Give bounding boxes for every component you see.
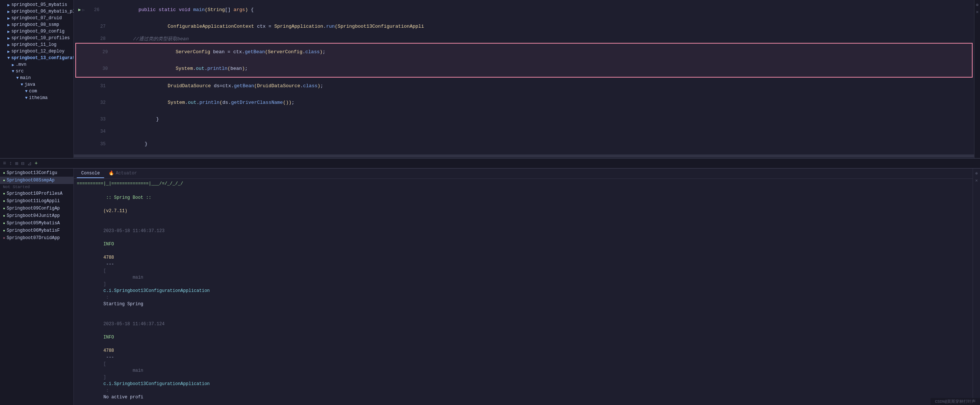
close-icon[interactable]: ✕ xyxy=(975,8,979,16)
run-status-icon: ● xyxy=(3,171,5,175)
log-line-1: 2023-05-18 11:46:37.123 INFO 4788 --- [ … xyxy=(77,221,970,314)
line-content: } xyxy=(110,111,971,128)
run-status-icon: ✕ xyxy=(3,236,5,240)
sidebar-item-com[interactable]: ▼ com xyxy=(0,88,73,95)
code-line-33: 33 } xyxy=(74,111,974,128)
sidebar-item-springboot05[interactable]: ▶ springboot_05_mybatis xyxy=(0,2,73,8)
sidebar-item-itheima[interactable]: ▼ itheima xyxy=(0,95,73,101)
console-panel: Console 🔥 Actuator ==========|_|========… xyxy=(74,169,973,405)
run-configurations-panel: ● Springboot13Configu ● Springboot08Ssmp… xyxy=(0,169,74,405)
folder-icon: ▶ xyxy=(7,43,10,47)
globe-icon[interactable]: ⊕ xyxy=(974,170,978,177)
folder-icon: ▼ xyxy=(25,89,28,94)
folder-icon: ▶ xyxy=(7,16,10,21)
line-content: } xyxy=(110,136,971,152)
panel-divider: ≡ ↕ ⊞ ⊟ ⊿ + xyxy=(0,158,980,169)
code-line-31: 31 DruidDataSource ds=ctx.getBean(DruidD… xyxy=(74,78,974,94)
line-content: public static void main(String[] args) { xyxy=(104,2,971,18)
folder-icon: ▼ xyxy=(16,76,19,80)
code-line-30: 30 System.out.println(bean); xyxy=(76,60,972,77)
add-icon[interactable]: + xyxy=(35,160,38,166)
editor-right-panel: ⊕ ✕ xyxy=(974,0,980,158)
close-icon[interactable]: ✕ xyxy=(974,177,978,184)
bookmark-icon: ▷ xyxy=(82,8,84,12)
resize-icon[interactable]: ⊿ xyxy=(27,160,32,167)
run-item-springboot06[interactable]: ● Springboot06MybatisF xyxy=(0,227,73,234)
run-status-icon: ● xyxy=(3,179,5,183)
folder-icon: ▼ xyxy=(12,69,14,73)
folder-icon: ▶ xyxy=(12,62,14,67)
line-content: ConfigurableApplicationContext ctx = Spr… xyxy=(110,18,971,35)
run-item-springboot05[interactable]: ● Springboot05MybatisA xyxy=(0,220,73,227)
run-status-icon: ● xyxy=(3,222,5,225)
align-left-icon[interactable]: ≡ xyxy=(3,160,6,166)
line-number: 35 xyxy=(92,142,106,147)
run-item-springboot09[interactable]: ● Springboot09ConfigAp xyxy=(0,205,73,212)
folder-icon: ▶ xyxy=(7,49,10,54)
code-line-26: ▶ ▷ 26 public static void main(String[] … xyxy=(74,2,974,18)
sidebar-item-springboot12[interactable]: ▶ springboot_12_deploy xyxy=(0,48,73,55)
folder-icon: ▶ xyxy=(7,29,10,34)
line-content: //通过类的类型获取bean xyxy=(110,35,971,42)
console-tabs: Console 🔥 Actuator xyxy=(74,169,973,179)
grid-icon[interactable]: ⊞ xyxy=(15,160,18,167)
run-status-icon: ● xyxy=(3,192,5,196)
folder-icon: ▼ xyxy=(21,82,23,87)
run-status-icon: ● xyxy=(3,214,5,218)
status-bar: CSDN@莫斯穿林打叶声 xyxy=(931,398,980,405)
sidebar-item-mvn[interactable]: ▶ .mvn xyxy=(0,61,73,68)
sidebar-item-springboot09[interactable]: ▶ springboot_09_config xyxy=(0,28,73,35)
run-item-springboot04[interactable]: ● Springboot04JunitApp xyxy=(0,212,73,220)
log-line-2: 2023-05-18 11:46:37.124 INFO 4788 --- [ … xyxy=(77,314,970,405)
sidebar-item-springboot07[interactable]: ▶ springboot_07_druid xyxy=(0,15,73,21)
sidebar-item-springboot10[interactable]: ▶ springboot_10_profiles xyxy=(0,35,73,41)
line-number: 29 xyxy=(94,49,108,55)
sidebar-item-springboot11[interactable]: ▶ springboot_11_log xyxy=(0,41,73,48)
folder-icon: ▼ xyxy=(25,96,28,100)
run-item-springboot10[interactable]: ● Springboot10ProfilesA xyxy=(0,190,73,197)
code-line-27: 27 ConfigurableApplicationContext ctx = … xyxy=(74,18,974,35)
tab-actuator[interactable]: 🔥 Actuator xyxy=(104,169,142,178)
code-line-28: 28 //通过类的类型获取bean xyxy=(74,35,974,43)
sidebar-item-main[interactable]: ▼ main xyxy=(0,75,73,81)
filter-icon[interactable]: ⊟ xyxy=(21,160,24,167)
run-item-springboot13[interactable]: ● Springboot13Configu xyxy=(0,169,73,177)
folder-icon: ▶ xyxy=(7,36,10,41)
sort-icon[interactable]: ↕ xyxy=(9,160,12,166)
code-line-29: 29 ServerConfig bean = ctx.getBean(Serve… xyxy=(76,44,972,60)
run-status-icon: ● xyxy=(3,199,5,203)
run-status-icon: ● xyxy=(3,207,5,210)
run-icon[interactable]: ▶ xyxy=(78,7,81,13)
sidebar-item-springboot13[interactable]: ▼ springboot_13_configuration xyxy=(0,55,73,61)
run-item-springboot07[interactable]: ✕ Springboot07DruidApp xyxy=(0,234,73,242)
line-content: DruidDataSource ds=ctx.getBean(DruidData… xyxy=(110,78,971,94)
code-line-32: 32 System.out.println(ds.getDriverClassN… xyxy=(74,94,974,111)
sidebar-item-springboot06[interactable]: ▶ springboot_06_mybatis_plus xyxy=(0,8,73,15)
run-item-springboot08[interactable]: ● Springboot08SsmpAp xyxy=(0,177,73,184)
spring-banner-line1: ==========|_|==============|___/=/_/_/_/ xyxy=(77,180,970,188)
sidebar-item-java[interactable]: ▼ java xyxy=(0,81,73,88)
not-started-label: Not Started xyxy=(0,184,73,190)
code-editor: ▶ ▷ 26 public static void main(String[] … xyxy=(74,0,974,158)
line-number: 33 xyxy=(92,117,106,122)
line-number: 34 xyxy=(92,129,106,134)
console-right-panel: ⊕ ✕ xyxy=(973,169,980,405)
line-content: ServerConfig bean = ctx.getBean(ServerCo… xyxy=(112,44,969,60)
folder-icon: ▶ xyxy=(7,9,10,14)
bottom-panel: ● Springboot13Configu ● Springboot08Ssmp… xyxy=(0,169,980,405)
globe-icon[interactable]: ⊕ xyxy=(975,2,979,8)
tab-console[interactable]: Console xyxy=(77,169,104,178)
run-item-springboot11[interactable]: ● Springboot11LogAppli xyxy=(0,197,73,205)
folder-icon: ▶ xyxy=(7,3,10,7)
line-number: 28 xyxy=(92,36,106,41)
sidebar-item-src[interactable]: ▼ src xyxy=(0,68,73,75)
folder-icon: ▼ xyxy=(7,56,10,60)
horizontal-scrollbar[interactable] xyxy=(74,155,974,158)
actuator-icon: 🔥 xyxy=(108,171,114,176)
run-list: ● Springboot13Configu ● Springboot08Ssmp… xyxy=(0,169,73,405)
sidebar-item-springboot08[interactable]: ▶ springboot_08_ssmp xyxy=(0,21,73,28)
folder-icon: ▶ xyxy=(7,22,10,27)
file-tree: ▶ springboot_05_mybatis ▶ springboot_06_… xyxy=(0,0,74,158)
line-number: 31 xyxy=(92,83,106,89)
run-status-icon: ● xyxy=(3,229,5,233)
